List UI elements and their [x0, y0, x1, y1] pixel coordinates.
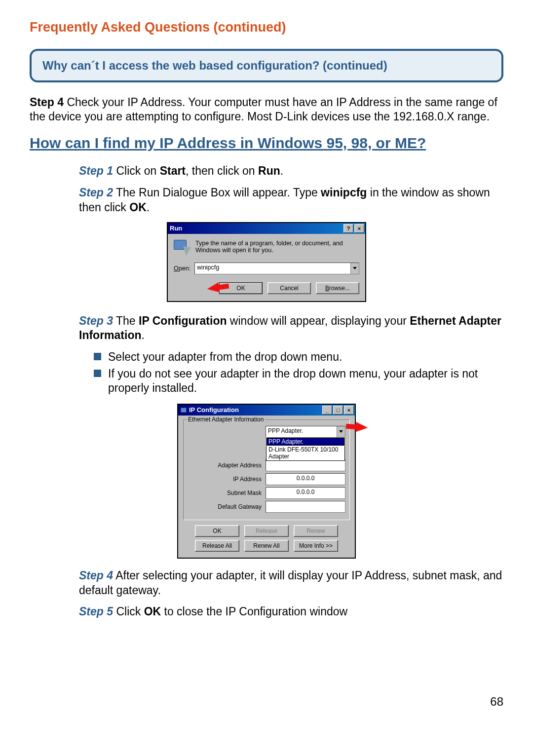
ip-address-value: 0.0.0.0: [266, 473, 345, 485]
run-instruction: Type the name of a program, folder, or d…: [195, 240, 359, 254]
release-all-button[interactable]: Release All: [195, 540, 239, 552]
more-info-button[interactable]: More Info >>: [294, 540, 338, 552]
list-item: Select your adapter from the drop down m…: [30, 350, 503, 364]
ipconfig-title: IP Configuration: [189, 406, 321, 414]
step4-label: Step 4: [79, 569, 113, 582]
step1-label: Step 1: [79, 164, 113, 177]
renew-button[interactable]: Renew: [294, 525, 338, 537]
group-title: Ethernet Adapter Information: [187, 416, 265, 423]
ethernet-adapter-group: Ethernet Adapter Information PPP Adapter…: [183, 419, 350, 520]
step3: Step 3 The IP Configuration window will …: [30, 314, 503, 343]
square-bullet-icon: [94, 370, 101, 377]
dropdown-option[interactable]: PPP Adapter.: [266, 438, 344, 446]
page-title: Frequently Asked Questions (continued): [30, 20, 503, 35]
run-title: Run: [170, 225, 343, 232]
question-box: Why can´t I access the web based configu…: [30, 49, 503, 82]
square-bullet-icon: [94, 353, 101, 360]
ipconfig-titlebar: IP Configuration _ □ ×: [178, 405, 355, 416]
annotation-arrow-icon: [355, 422, 368, 433]
list-item: If you do not see your adapter in the dr…: [30, 367, 503, 396]
cancel-button[interactable]: Cancel: [267, 282, 311, 294]
chevron-down-icon[interactable]: [350, 263, 359, 274]
step4-text: Check your IP Address. Your computer mus…: [30, 96, 497, 123]
annotation-arrow-icon: [207, 282, 220, 294]
release-button[interactable]: Release: [244, 525, 289, 537]
adapter-address-label: Adapter Address: [188, 462, 266, 469]
ip-address-label: IP Address: [188, 476, 266, 483]
open-label: Open:: [174, 265, 190, 272]
close-icon[interactable]: ×: [354, 224, 364, 233]
maximize-icon[interactable]: □: [333, 406, 343, 415]
chevron-down-icon[interactable]: [337, 426, 345, 437]
page-number: 68: [490, 695, 503, 709]
subnet-value: 0.0.0.0: [266, 487, 345, 499]
run-icon: [174, 240, 190, 256]
run-dialog: Run ? × Type the name of a program, fold…: [167, 222, 366, 302]
dropdown-option[interactable]: D-Link DFE-550TX 10/100 Adapter: [266, 446, 344, 460]
ipconfig-dialog: IP Configuration _ □ × Ethernet Adapter …: [177, 404, 356, 559]
question-box-text: Why can´t I access the web based configu…: [42, 59, 491, 73]
intro-step4: Step 4 Check your IP Address. Your compu…: [30, 95, 503, 124]
section-heading: How can I find my IP Address in Windows …: [30, 134, 503, 152]
document-page: Frequently Asked Questions (continued) W…: [0, 0, 533, 720]
step5-label: Step 5: [79, 605, 113, 618]
close-icon[interactable]: ×: [344, 406, 354, 415]
help-icon[interactable]: ?: [343, 224, 353, 233]
gateway-label: Default Gateway: [188, 503, 266, 510]
step4: Step 4 After selecting your adapter, it …: [30, 568, 503, 598]
adapter-address-value: [266, 459, 345, 471]
step3-label: Step 3: [79, 314, 113, 327]
run-titlebar: Run ? ×: [168, 223, 365, 234]
step1: Step 1 Click on Start, then click on Run…: [30, 164, 503, 179]
gateway-value: [266, 501, 345, 513]
subnet-label: Subnet Mask: [188, 490, 266, 496]
step2: Step 2 The Run Dialogue Box will appear.…: [30, 186, 503, 215]
browse-button[interactable]: Browse...: [316, 282, 359, 294]
bullet-list: Select your adapter from the drop down m…: [30, 350, 503, 395]
ok-button[interactable]: OK: [195, 525, 239, 537]
step5: Step 5 Click OK to close the IP Configur…: [30, 605, 503, 619]
open-input[interactable]: winipcfg: [194, 263, 359, 274]
adapter-combo[interactable]: PPP Adapter. PPP Adapter. D-Link DFE-550…: [266, 426, 345, 438]
step2-label: Step 2: [79, 186, 113, 199]
ipconfig-app-icon: [180, 407, 187, 413]
step4-label: Step 4: [30, 96, 64, 109]
renew-all-button[interactable]: Renew All: [244, 540, 289, 552]
adapter-dropdown[interactable]: PPP Adapter. D-Link DFE-550TX 10/100 Ada…: [266, 437, 345, 461]
run-body: Type the name of a program, folder, or d…: [168, 234, 365, 301]
minimize-icon[interactable]: _: [322, 406, 332, 415]
